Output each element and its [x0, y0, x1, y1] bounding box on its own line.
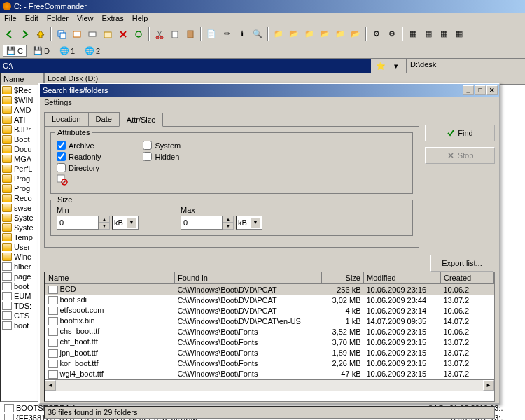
col-name[interactable]: Name [46, 272, 175, 284]
list-item[interactable]: swse [1, 203, 43, 213]
list-item[interactable]: Boot [1, 134, 43, 144]
fav4-icon[interactable]: 📂 [318, 27, 332, 41]
menu-file[interactable]: File [4, 14, 17, 24]
list-item[interactable]: BJPr [1, 125, 43, 134]
checkbox-readonly[interactable]: Readonly [57, 152, 101, 161]
checkbox-hidden[interactable]: Hidden [143, 152, 181, 161]
path-history-icon[interactable]: ▾ [389, 59, 403, 73]
table-row[interactable]: etfsboot.comC:\Windows\Boot\DVD\PCAT4 kB… [46, 305, 494, 316]
table-row[interactable]: BCDC:\Windows\Boot\DVD\PCAT256 kB10.06.2… [46, 284, 494, 295]
dialog-menu-settings[interactable]: Settings [40, 97, 499, 108]
copy-icon[interactable] [55, 27, 69, 41]
tool3-icon[interactable]: ▦ [406, 27, 420, 41]
up-icon[interactable] [34, 27, 48, 41]
find-button[interactable]: Find [425, 125, 495, 141]
cut-icon[interactable] [153, 27, 167, 41]
table-row[interactable]: chs_boot.ttfC:\Windows\Boot\Fonts3,52 MB… [46, 326, 494, 337]
table-row[interactable]: cht_boot.ttfC:\Windows\Boot\Fonts3,70 MB… [46, 337, 494, 347]
path-right[interactable]: D:\desk [406, 59, 525, 73]
copy2-icon[interactable] [168, 27, 182, 41]
menu-help[interactable]: Help [132, 14, 148, 24]
path-fav-icon[interactable]: ⭐ [374, 59, 388, 73]
list-item[interactable]: Syste [1, 213, 43, 223]
edit-icon[interactable]: ✏ [220, 27, 234, 41]
close-button[interactable]: ✕ [486, 85, 498, 95]
list-item[interactable]: Prog [1, 183, 43, 193]
menu-extras[interactable]: Extras [102, 14, 124, 24]
drive-c[interactable]: 💾C [3, 45, 27, 57]
col-found-in[interactable]: Found in [175, 272, 322, 284]
fav6-icon[interactable]: 📂 [349, 27, 363, 41]
table-row[interactable]: wgl4_boot.ttfC:\Windows\Boot\Fonts47 kB1… [46, 369, 494, 379]
col-modified[interactable]: Modified [364, 272, 441, 284]
checkbox-directory[interactable]: Directory [57, 163, 101, 172]
list-item[interactable]: Temp [1, 232, 43, 242]
stop-button[interactable]: Stop [425, 147, 495, 164]
size-max-spinner[interactable]: ▲▼ [223, 216, 234, 230]
list-item[interactable]: $Rec [1, 85, 43, 95]
list-item[interactable]: Reco [1, 193, 43, 203]
dialog-titlebar[interactable]: Search files/folders _ □ ✕ [40, 84, 499, 97]
search-icon[interactable]: 🔍 [251, 27, 265, 41]
list-item[interactable]: hiber [1, 262, 43, 272]
export-list-button[interactable]: Export list... [430, 255, 493, 272]
list-item[interactable]: CTS [1, 311, 43, 321]
menu-view[interactable]: View [77, 14, 94, 24]
move-icon[interactable] [70, 27, 84, 41]
fav3-icon[interactable]: 📁 [302, 27, 316, 41]
tool6-icon[interactable]: ▦ [452, 27, 466, 41]
refresh-icon[interactable] [132, 27, 146, 41]
list-item[interactable]: EUM [1, 291, 43, 301]
list-item[interactable]: boot [1, 321, 43, 330]
menu-folder[interactable]: Folder [47, 14, 69, 24]
tool2-icon[interactable]: ⚙ [385, 27, 399, 41]
fav5-icon[interactable]: 📁 [333, 27, 347, 41]
table-row[interactable]: boot.sdiC:\Windows\Boot\DVD\PCAT3,02 MB1… [46, 295, 494, 305]
drive-net1[interactable]: 🌐1 [56, 45, 78, 57]
fav2-icon[interactable]: 📂 [287, 27, 301, 41]
tool5-icon[interactable]: ▦ [437, 27, 451, 41]
list-item[interactable]: AMD [1, 105, 43, 115]
size-max-unit[interactable]: kB▼ [236, 216, 262, 230]
list-item[interactable]: PerfL [1, 164, 43, 174]
maximize-button[interactable]: □ [475, 85, 486, 95]
minimize-button[interactable]: _ [463, 85, 474, 95]
tool4-icon[interactable]: ▦ [421, 27, 435, 41]
drive-net2[interactable]: 🌐2 [81, 45, 104, 57]
col-created[interactable]: Created [441, 272, 494, 284]
list-item[interactable]: boot [1, 281, 43, 291]
newfolder-icon[interactable] [101, 27, 115, 41]
list-item[interactable]: Docu [1, 144, 43, 154]
list-item[interactable]: Syste [1, 223, 43, 232]
list-item[interactable]: page [1, 272, 43, 281]
table-row[interactable]: kor_boot.ttfC:\Windows\Boot\Fonts2,26 MB… [46, 358, 494, 369]
menu-edit[interactable]: Edit [25, 14, 38, 24]
tool1-icon[interactable]: ⚙ [370, 27, 384, 41]
view-icon[interactable]: 📄 [204, 27, 218, 41]
forward-icon[interactable] [18, 27, 32, 41]
props-icon[interactable]: ℹ [235, 27, 249, 41]
list-item[interactable]: MGA [1, 154, 43, 164]
list-item[interactable]: ATI [1, 115, 43, 125]
size-min-input[interactable] [57, 216, 99, 230]
reset-attrs-icon[interactable] [57, 174, 101, 186]
list-item[interactable]: $WIN [1, 95, 43, 105]
tab-attr-size[interactable]: Attr/Size [119, 113, 164, 127]
size-min-spinner[interactable]: ▲▼ [99, 216, 110, 230]
delete-icon[interactable] [116, 27, 130, 41]
tab-date[interactable]: Date [88, 112, 120, 126]
table-row[interactable]: jpn_boot.ttfC:\Windows\Boot\Fonts1,89 MB… [46, 348, 494, 358]
size-min-unit[interactable]: kB▼ [112, 216, 139, 230]
list-item[interactable]: Winc [1, 252, 43, 262]
rename-icon[interactable] [85, 27, 99, 41]
list-item[interactable]: User [1, 242, 43, 252]
checkbox-archive[interactable]: Archive [57, 141, 101, 150]
tab-location[interactable]: Location [44, 112, 89, 126]
back-icon[interactable] [3, 27, 17, 41]
fav1-icon[interactable]: 📁 [272, 27, 286, 41]
drive-d[interactable]: 💾D [29, 45, 53, 57]
col-size[interactable]: Size [322, 272, 364, 284]
list-item[interactable]: TDS: [1, 301, 43, 311]
list-item[interactable]: Prog [1, 174, 43, 183]
results-hscroll[interactable]: ◄► [45, 379, 494, 391]
